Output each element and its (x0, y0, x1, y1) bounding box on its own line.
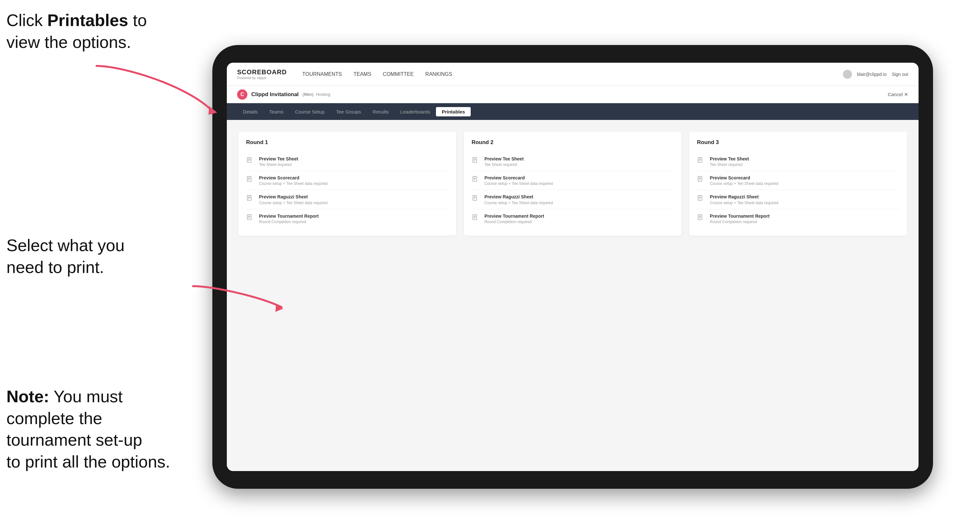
round-2-scorecard-subtitle: Course setup + Tee Sheet data required (485, 181, 553, 186)
round-1-tee-sheet-text: Preview Tee Sheet Tee Sheet required (259, 156, 298, 167)
svg-marker-0 (208, 106, 217, 115)
round-1-report-title: Preview Tournament Report (259, 213, 319, 219)
r3-scorecard-icon (697, 176, 706, 184)
round-1-scorecard-text: Preview Scorecard Course setup + Tee She… (259, 175, 328, 186)
round-2-raguzzi[interactable]: Preview Raguzzi Sheet Course setup + Tee… (472, 190, 674, 209)
tab-tee-groups[interactable]: Tee Groups (331, 107, 367, 116)
round-2-scorecard-title: Preview Scorecard (485, 175, 553, 181)
scoreboard-logo: SCOREBOARD Powered by clippd (237, 68, 287, 80)
tab-leaderboards[interactable]: Leaderboards (395, 107, 436, 116)
raguzzi-icon (246, 195, 255, 203)
round-1-tee-sheet[interactable]: Preview Tee Sheet Tee Sheet required (246, 152, 449, 171)
tournament-logo: C (237, 89, 247, 100)
tab-details[interactable]: Details (237, 107, 264, 116)
tee-sheet-icon (246, 157, 255, 166)
round-2-scorecard[interactable]: Preview Scorecard Course setup + Tee She… (472, 171, 674, 190)
rounds-grid: Round 1 Preview Tee Sheet Tee Sheet requ… (239, 132, 907, 236)
round-3-raguzzi[interactable]: Preview Raguzzi Sheet Course setup + Tee… (697, 190, 899, 209)
round-3-tee-sheet-title: Preview Tee Sheet (710, 156, 749, 162)
tournament-header: C Clippd Invitational (Men) Hosting Canc… (227, 86, 918, 103)
tournament-report-icon (246, 214, 255, 223)
round-2-tournament-report[interactable]: Preview Tournament Report Round Completi… (472, 210, 674, 228)
round-1-raguzzi-text: Preview Raguzzi Sheet Course setup + Tee… (259, 194, 328, 205)
annotation-bottom: Note: You mustcomplete thetournament set… (6, 386, 199, 473)
annotation-bold: Printables (47, 11, 128, 30)
top-nav: SCOREBOARD Powered by clippd TOURNAMENTS… (227, 63, 918, 86)
round-1-tee-sheet-subtitle: Tee Sheet required (259, 162, 298, 167)
round-3-raguzzi-title: Preview Raguzzi Sheet (710, 194, 778, 200)
round-2-raguzzi-title: Preview Raguzzi Sheet (485, 194, 553, 200)
tab-course-setup[interactable]: Course Setup (289, 107, 331, 116)
tournament-name: Clippd Invitational (251, 91, 299, 98)
round-3-scorecard-subtitle: Course setup + Tee Sheet data required (710, 181, 778, 186)
round-3-scorecard-title: Preview Scorecard (710, 175, 778, 181)
tablet-shell: SCOREBOARD Powered by clippd TOURNAMENTS… (212, 45, 933, 489)
main-content: Round 1 Preview Tee Sheet Tee Sheet requ… (227, 120, 918, 471)
round-2-report-title: Preview Tournament Report (485, 213, 544, 219)
logo-sub: Powered by clippd (237, 76, 287, 80)
round-3-report-title: Preview Tournament Report (710, 213, 770, 219)
round-3-tournament-report[interactable]: Preview Tournament Report Round Completi… (697, 210, 899, 228)
tournament-status: Hosting (316, 92, 330, 97)
round-1-report-text: Preview Tournament Report Round Completi… (259, 213, 319, 224)
round-1-scorecard[interactable]: Preview Scorecard Course setup + Tee She… (246, 171, 449, 190)
round-3-raguzzi-subtitle: Course setup + Tee Sheet data required (710, 201, 778, 205)
user-email: blair@clippd.io (857, 72, 887, 77)
r2-scorecard-icon (472, 176, 480, 184)
round-2-raguzzi-subtitle: Course setup + Tee Sheet data required (485, 201, 553, 205)
round-3-card: Round 3 Preview Tee Sheet Tee Sheet requ… (689, 132, 907, 236)
round-2-report-subtitle: Round Completion required (485, 220, 544, 224)
tab-results[interactable]: Results (367, 107, 395, 116)
annotation-top: Click Printables toview the options. (6, 10, 147, 53)
round-2-tee-sheet-title: Preview Tee Sheet (485, 156, 524, 162)
round-1-report-subtitle: Round Completion required (259, 220, 319, 224)
round-1-raguzzi-title: Preview Raguzzi Sheet (259, 194, 328, 200)
arrow-middle (187, 276, 290, 315)
round-3-scorecard[interactable]: Preview Scorecard Course setup + Tee She… (697, 171, 899, 190)
round-2-card: Round 2 Preview Tee Sheet Tee Sheet requ… (464, 132, 682, 236)
round-1-tournament-report[interactable]: Preview Tournament Report Round Completi… (246, 210, 449, 228)
nav-right: blair@clippd.io Sign out (843, 70, 908, 79)
round-1-raguzzi[interactable]: Preview Raguzzi Sheet Course setup + Tee… (246, 190, 449, 209)
r2-raguzzi-icon (472, 195, 480, 203)
tablet-screen: SCOREBOARD Powered by clippd TOURNAMENTS… (227, 63, 918, 471)
nav-item-committee[interactable]: COMMITTEE (383, 70, 414, 78)
r2-tee-sheet-icon (472, 157, 480, 166)
nav-items: TOURNAMENTS TEAMS COMMITTEE RANKINGS (302, 70, 843, 78)
tournament-gender: (Men) (302, 92, 313, 97)
round-2-title: Round 2 (472, 139, 674, 146)
arrow-top (90, 59, 225, 117)
sign-out-link[interactable]: Sign out (892, 72, 908, 77)
round-1-raguzzi-subtitle: Course setup + Tee Sheet data required (259, 201, 328, 205)
round-1-scorecard-title: Preview Scorecard (259, 175, 328, 181)
r2-report-icon (472, 214, 480, 223)
cancel-button[interactable]: Cancel ✕ (888, 92, 908, 97)
r3-raguzzi-icon (697, 195, 706, 203)
r3-report-icon (697, 214, 706, 223)
round-1-card: Round 1 Preview Tee Sheet Tee Sheet requ… (239, 132, 456, 236)
tab-bar: Details Teams Course Setup Tee Groups Re… (227, 103, 918, 120)
round-3-report-subtitle: Round Completion required (710, 220, 770, 224)
nav-item-rankings[interactable]: RANKINGS (425, 70, 452, 78)
round-2-tee-sheet[interactable]: Preview Tee Sheet Tee Sheet required (472, 152, 674, 171)
round-1-tee-sheet-title: Preview Tee Sheet (259, 156, 298, 162)
user-avatar (843, 70, 852, 79)
tab-teams[interactable]: Teams (264, 107, 289, 116)
nav-item-tournaments[interactable]: TOURNAMENTS (302, 70, 342, 78)
scorecard-icon (246, 176, 255, 184)
round-3-tee-sheet-subtitle: Tee Sheet required (710, 162, 749, 167)
round-3-title: Round 3 (697, 139, 899, 146)
r3-tee-sheet-icon (697, 157, 706, 166)
round-2-tee-sheet-subtitle: Tee Sheet required (485, 162, 524, 167)
tab-printables[interactable]: Printables (436, 107, 471, 116)
annotation-note-bold: Note: (6, 387, 49, 406)
round-1-title: Round 1 (246, 139, 449, 146)
annotation-middle: Select what youneed to print. (6, 235, 124, 278)
logo-title: SCOREBOARD (237, 68, 287, 76)
round-3-tee-sheet[interactable]: Preview Tee Sheet Tee Sheet required (697, 152, 899, 171)
round-1-scorecard-subtitle: Course setup + Tee Sheet data required (259, 181, 328, 186)
nav-item-teams[interactable]: TEAMS (353, 70, 371, 78)
